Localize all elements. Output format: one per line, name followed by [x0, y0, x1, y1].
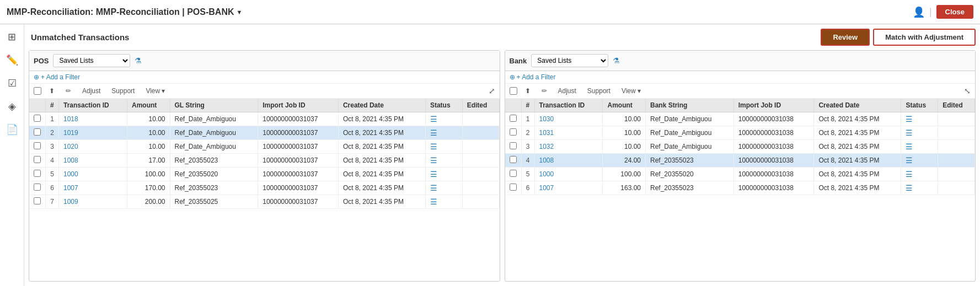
bank-row-amount-2: 10.00	[603, 140, 646, 154]
bank-upload-button[interactable]: ⬆	[522, 86, 534, 96]
bank-row-id-3[interactable]: 1008	[534, 154, 603, 168]
pos-view-button[interactable]: View ▾	[142, 86, 168, 96]
pos-status-icon-1[interactable]: ☰	[430, 128, 437, 137]
pos-status-icon-6[interactable]: ☰	[430, 197, 437, 206]
bank-row-checkbox-3[interactable]	[505, 154, 522, 168]
bank-table-row: 5 1000 100.00 Ref_20355020 1000000000310…	[505, 168, 975, 181]
pos-adjust-button[interactable]: Adjust	[79, 86, 104, 96]
match-with-adjustment-button[interactable]: Match with Adjustment	[873, 29, 976, 46]
bank-row-id-0[interactable]: 1030	[534, 112, 603, 126]
pos-upload-button[interactable]: ⬆	[46, 86, 58, 96]
pos-row-id-4[interactable]: 1000	[59, 168, 127, 181]
bank-view-button[interactable]: View ▾	[618, 86, 644, 96]
pos-support-button[interactable]: Support	[108, 86, 138, 96]
pos-row-date-0: Oct 8, 2021 4:35 PM	[338, 112, 425, 126]
pos-row-id-6[interactable]: 1009	[59, 195, 127, 209]
pos-row-checkbox-6[interactable]	[29, 195, 46, 209]
pos-row-amount-3: 17.00	[127, 154, 170, 168]
pos-row-id-0[interactable]: 1018	[59, 112, 127, 126]
pos-table: # Transaction ID Amount GL String Import…	[29, 99, 500, 209]
bank-status-icon-0[interactable]: ☰	[906, 115, 913, 123]
pos-expand-icon[interactable]: ⤢	[489, 87, 495, 95]
shape-icon[interactable]: ◈	[6, 98, 18, 115]
bank-row-date-3: Oct 8, 2021 4:35 PM	[814, 154, 901, 168]
bank-row-checkbox-4[interactable]	[505, 168, 522, 181]
pos-panel: POS Saved Lists ⚗ ⊕ + Add a Filter	[29, 50, 500, 282]
bank-row-str-4: Ref_20355020	[646, 168, 734, 181]
pos-row-amount-1: 10.00	[127, 126, 170, 140]
bank-col-bank-string: Bank String	[646, 99, 734, 112]
pos-status-icon-5[interactable]: ☰	[430, 184, 437, 192]
pos-row-date-3: Oct 8, 2021 4:35 PM	[338, 154, 425, 168]
pos-select-all-checkbox[interactable]	[34, 87, 41, 95]
dropdown-arrow[interactable]: ▼	[237, 9, 243, 15]
pos-add-filter-button[interactable]: ⊕ + Add a Filter	[34, 73, 80, 81]
pos-edit-button[interactable]: ✏	[62, 86, 74, 96]
list-check-icon[interactable]: ☑	[6, 75, 19, 91]
pos-row-checkbox-4[interactable]	[29, 168, 46, 181]
pos-saved-lists-select[interactable]: Saved Lists	[53, 54, 130, 67]
edit-icon[interactable]: ✏️	[4, 52, 20, 68]
bank-row-edited-5	[938, 181, 975, 195]
bank-status-icon-3[interactable]: ☰	[906, 156, 913, 165]
pos-status-icon-0[interactable]: ☰	[430, 115, 437, 123]
pos-row-edited-5	[462, 181, 499, 195]
bank-row-id-2[interactable]: 1032	[534, 140, 603, 154]
bank-row-checkbox-1[interactable]	[505, 126, 522, 140]
bank-row-import-4: 100000000031038	[733, 168, 814, 181]
bank-edit-button[interactable]: ✏	[538, 86, 550, 96]
bank-row-date-4: Oct 8, 2021 4:35 PM	[814, 168, 901, 181]
bank-row-str-5: Ref_20355023	[646, 181, 734, 195]
bank-status-icon-5[interactable]: ☰	[906, 184, 913, 192]
pos-row-id-1[interactable]: 1019	[59, 126, 127, 140]
bank-row-checkbox-2[interactable]	[505, 140, 522, 154]
bank-status-icon-4[interactable]: ☰	[906, 170, 913, 179]
review-button[interactable]: Review	[821, 29, 870, 46]
bank-row-id-4[interactable]: 1000	[534, 168, 603, 181]
bank-expand-icon[interactable]: ⤡	[964, 87, 971, 95]
grid-icon[interactable]: ⊞	[6, 29, 18, 45]
pos-row-import-1: 100000000031037	[258, 126, 339, 140]
bank-row-id-1[interactable]: 1031	[534, 126, 603, 140]
pos-row-id-5[interactable]: 1007	[59, 181, 127, 195]
bank-adjust-button[interactable]: Adjust	[555, 86, 580, 96]
pos-status-icon-3[interactable]: ☰	[430, 156, 437, 165]
pos-row-id-3[interactable]: 1008	[59, 154, 127, 168]
pos-row-id-2[interactable]: 1020	[59, 140, 127, 154]
pos-row-checkbox-0[interactable]	[29, 112, 46, 126]
bank-status-icon-2[interactable]: ☰	[906, 142, 913, 151]
section-title: Unmatched Transactions	[31, 33, 129, 42]
pos-filter-icon[interactable]: ⚗	[135, 56, 142, 65]
bank-row-str-3: Ref_20355023	[646, 154, 734, 168]
bank-add-filter-button[interactable]: ⊕ + Add a Filter	[510, 73, 556, 81]
pos-row-import-0: 100000000031037	[258, 112, 339, 126]
bank-row-edited-4	[938, 168, 975, 181]
bank-status-icon-1[interactable]: ☰	[906, 128, 913, 137]
pos-col-transaction-id: Transaction ID	[59, 99, 127, 112]
pos-row-status-5: ☰	[425, 181, 462, 195]
close-button[interactable]: Close	[936, 5, 973, 19]
pos-row-amount-4: 100.00	[127, 168, 170, 181]
bank-row-date-1: Oct 8, 2021 4:35 PM	[814, 126, 901, 140]
bank-row-checkbox-0[interactable]	[505, 112, 522, 126]
bank-view-label: View	[622, 87, 636, 95]
bank-table-row: 1 1030 10.00 Ref_Date_Ambiguou 100000000…	[505, 112, 975, 126]
bank-row-id-5[interactable]: 1007	[534, 181, 603, 195]
bank-select-all-checkbox[interactable]	[510, 87, 517, 95]
bank-row-date-5: Oct 8, 2021 4:35 PM	[814, 181, 901, 195]
bank-row-checkbox-5[interactable]	[505, 181, 522, 195]
pos-status-icon-4[interactable]: ☰	[430, 170, 437, 179]
bank-filter-icon[interactable]: ⚗	[613, 56, 620, 65]
bank-row-status-3: ☰	[901, 154, 938, 168]
pos-row-checkbox-5[interactable]	[29, 181, 46, 195]
pos-status-icon-2[interactable]: ☰	[430, 142, 437, 151]
header: MMP-Reconciliation: MMP-Reconciliation |…	[0, 0, 980, 24]
bank-saved-lists-select[interactable]: Saved Lists	[531, 54, 608, 67]
pos-row-checkbox-3[interactable]	[29, 154, 46, 168]
pos-col-num: #	[46, 99, 59, 112]
bank-support-button[interactable]: Support	[584, 86, 614, 96]
pos-row-checkbox-1[interactable]	[29, 126, 46, 140]
pos-row-checkbox-2[interactable]	[29, 140, 46, 154]
pos-support-label: Support	[111, 87, 135, 95]
doc-icon[interactable]: 📄	[4, 121, 20, 138]
